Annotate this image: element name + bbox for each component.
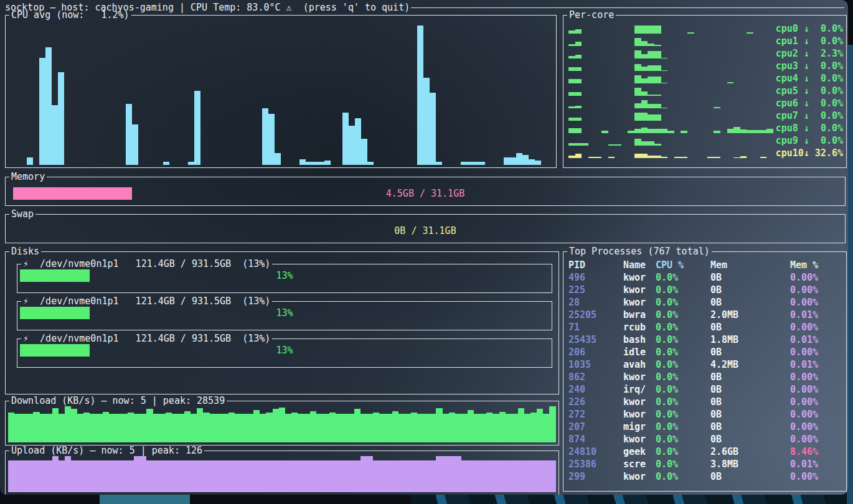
- chart-bar: [648, 141, 654, 146]
- core-row-cpu10: cpu10↓32.6%: [568, 147, 843, 159]
- process-pid: 299: [568, 470, 623, 483]
- chart-bar: [197, 408, 203, 442]
- chart-bar: [33, 460, 39, 492]
- chart-bar: [648, 156, 654, 159]
- chart-bar: [740, 156, 747, 158]
- chart-bar: [392, 460, 398, 492]
- chart-bar: [641, 78, 648, 83]
- process-mem-percent: 0.01%: [790, 358, 844, 371]
- chart-bar: [310, 460, 316, 492]
- chart-bar: [654, 144, 661, 146]
- chart-bar: [184, 460, 191, 492]
- chart-bar: [575, 154, 582, 158]
- chart-bar: [266, 460, 272, 492]
- core-usage-value: 32.6%: [809, 147, 843, 159]
- chart-bar: [524, 460, 530, 492]
- process-name: kwor: [623, 470, 656, 483]
- chart-bar: [210, 414, 216, 442]
- process-cpu-percent: 0.0%: [656, 309, 710, 321]
- chart-bar: [126, 104, 132, 165]
- chart-bar: [430, 93, 436, 166]
- chart-bar: [184, 411, 191, 442]
- process-mem-percent: 0.01%: [790, 334, 844, 346]
- chart-bar: [634, 38, 641, 47]
- chart-bar: [634, 139, 641, 146]
- chart-bar: [40, 414, 46, 442]
- process-cpu-percent: 0.0%: [656, 421, 710, 433]
- core-usage-value: 0.0%: [809, 22, 843, 35]
- chart-bar: [8, 460, 14, 492]
- chart-bar: [634, 129, 641, 133]
- down-arrow-icon: ↓: [804, 110, 809, 122]
- chart-bar: [499, 460, 506, 492]
- core-name: cpu6: [776, 97, 804, 110]
- down-arrow-icon: ↓: [804, 35, 809, 47]
- chart-bar: [417, 26, 423, 165]
- chart-bar: [568, 128, 575, 133]
- process-pid: 24810: [568, 446, 623, 458]
- chart-bar: [641, 141, 648, 146]
- process-row: 25205 bwra 0.0% 2.0MB 0.01%: [568, 309, 844, 321]
- process-mem: 0B: [710, 421, 790, 433]
- chart-bar: [58, 72, 64, 165]
- per-core-title: Per-core: [567, 9, 616, 21]
- chart-bar: [468, 460, 474, 492]
- chart-bar: [512, 460, 518, 492]
- chart-bar: [575, 106, 582, 109]
- process-mem-percent: 0.01%: [790, 458, 844, 470]
- down-arrow-icon: ↓: [804, 97, 809, 110]
- chart-bar: [361, 414, 367, 442]
- titlebar-rule: [411, 7, 844, 8]
- core-name: cpu7: [776, 110, 804, 122]
- column-header-cpu: CPU %: [656, 259, 710, 271]
- chart-bar: [473, 162, 479, 165]
- chart-bar: [291, 460, 298, 492]
- chart-bar: [480, 414, 486, 442]
- core-row-cpu7: cpu7↓0.0%: [568, 110, 843, 122]
- chart-bar: [285, 414, 291, 442]
- core-usage-value: 0.0%: [809, 122, 843, 134]
- process-mem-percent: 0.00%: [790, 396, 844, 408]
- chart-bar: [661, 129, 668, 133]
- chart-bar: [65, 456, 71, 492]
- process-pid: 71: [568, 321, 623, 334]
- chart-bar: [71, 409, 77, 442]
- chart-bar: [109, 460, 115, 492]
- chart-bar: [549, 406, 555, 442]
- process-row: 226 kwor 0.0% 0B 0.00%: [568, 396, 844, 408]
- chart-bar: [247, 414, 253, 442]
- down-arrow-icon: ↓: [804, 72, 809, 85]
- core-sparkline: [568, 74, 773, 83]
- chart-bar: [260, 460, 266, 492]
- core-name: cpu2: [776, 47, 804, 60]
- upload-chart: [8, 454, 556, 492]
- core-name: cpu9: [776, 134, 804, 147]
- chart-bar: [103, 460, 109, 492]
- chart-bar: [172, 460, 178, 492]
- process-name: scre: [623, 458, 656, 470]
- disk-gauge: ⚡ /dev/nvme0n1p1 121.4GB / 931.5GB (13%)…: [17, 338, 552, 368]
- core-sparkline: [568, 99, 773, 108]
- chart-bar: [90, 414, 96, 442]
- memory-panel: Memory 4.5GB / 31.1GB: [5, 177, 846, 206]
- chart-bar: [235, 414, 241, 442]
- chart-bar: [140, 456, 146, 492]
- chart-bar: [354, 460, 361, 492]
- terminal-window[interactable]: socktop — host: cachyos-gaming | CPU Tem…: [0, 0, 848, 495]
- chart-bar: [379, 460, 385, 492]
- chart-bar: [641, 128, 648, 133]
- core-label: cpu4↓0.0%: [776, 72, 843, 85]
- process-mem: 0B: [710, 296, 790, 309]
- chart-bar: [188, 162, 194, 165]
- chart-bar: [468, 410, 474, 442]
- process-cpu-percent: 0.0%: [656, 334, 710, 346]
- disk-usage-percent: 13%: [17, 307, 552, 319]
- core-usage-value: 2.3%: [809, 47, 843, 60]
- chart-bar: [306, 162, 312, 165]
- process-row: 71 rcub 0.0% 0B 0.00%: [568, 321, 844, 334]
- process-mem: 2.0MB: [710, 309, 790, 321]
- chart-bar: [634, 26, 641, 34]
- core-label: cpu5↓0.0%: [776, 85, 843, 97]
- chart-bar: [436, 162, 442, 165]
- core-usage-value: 0.0%: [809, 85, 843, 97]
